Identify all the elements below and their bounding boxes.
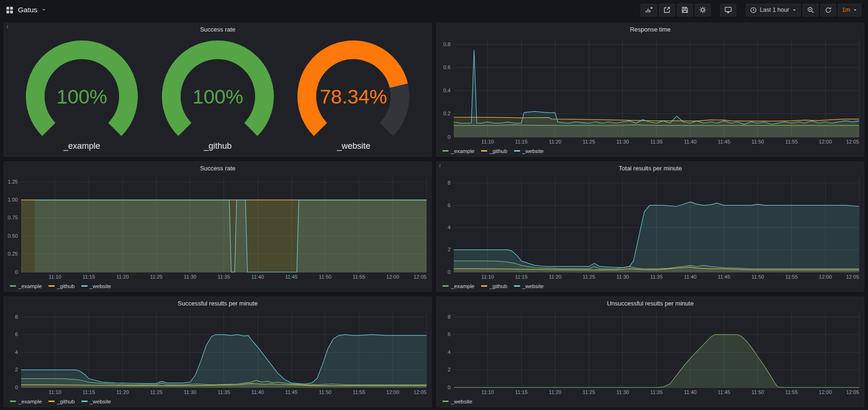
svg-text:11:15: 11:15 xyxy=(515,274,528,280)
svg-text:8: 8 xyxy=(448,314,450,320)
legend-item-_github[interactable]: _github xyxy=(481,283,507,289)
dashboard-grid: i Success rate 100% _example 100% _githu… xyxy=(0,20,868,410)
svg-text:6: 6 xyxy=(448,202,450,208)
refresh-button[interactable] xyxy=(820,4,836,16)
legend-item-_example[interactable]: _example xyxy=(442,148,474,154)
panel-unsuccessful-results: Unsuccessful results per minute 0246811:… xyxy=(436,297,864,407)
gauge-_github: 100% _github xyxy=(160,38,276,151)
share-button[interactable] xyxy=(659,4,675,16)
legend-color-mark xyxy=(442,150,449,152)
svg-text:0.25: 0.25 xyxy=(8,251,18,257)
time-controls-group: Last 1 hour 1m xyxy=(746,4,861,16)
svg-text:11:25: 11:25 xyxy=(150,274,163,280)
svg-text:11:40: 11:40 xyxy=(684,139,697,145)
svg-text:0.8: 0.8 xyxy=(443,41,450,47)
unsuccessful-results-chart[interactable]: 0246811:1011:1511:2011:2511:3011:3511:40… xyxy=(437,309,864,398)
panel-info-icon[interactable]: i xyxy=(439,162,441,168)
svg-text:11:45: 11:45 xyxy=(718,389,731,395)
add-panel-button[interactable] xyxy=(641,4,657,16)
svg-text:11:35: 11:35 xyxy=(650,274,663,280)
gauge-value: 100% xyxy=(56,86,107,108)
refresh-interval-button[interactable]: 1m xyxy=(838,4,861,16)
svg-text:11:30: 11:30 xyxy=(616,274,629,280)
svg-text:11:30: 11:30 xyxy=(184,389,196,395)
legend-item-_github[interactable]: _github xyxy=(48,283,75,289)
gauge-arc: 100% xyxy=(160,38,276,141)
caret-down-icon xyxy=(853,8,857,12)
gauge-value: 78.34% xyxy=(320,86,387,108)
svg-text:12:00: 12:00 xyxy=(819,139,832,145)
legend: _example_github_website xyxy=(437,148,864,156)
dashboard-title[interactable]: Gatus xyxy=(18,6,37,14)
svg-text:11:55: 11:55 xyxy=(353,274,365,280)
panel-title[interactable]: Success rate xyxy=(4,23,431,35)
svg-text:11:45: 11:45 xyxy=(285,389,298,395)
svg-text:12:00: 12:00 xyxy=(386,274,400,280)
dashboards-grid-icon[interactable] xyxy=(6,6,14,14)
panel-title[interactable]: Success rate xyxy=(4,162,431,174)
panel-success-rate-timeseries: Success rate 00.250.500.751.001.2511:101… xyxy=(4,161,432,292)
dashboard-caret-icon[interactable] xyxy=(41,8,46,12)
svg-text:0: 0 xyxy=(15,269,18,275)
svg-text:12:00: 12:00 xyxy=(819,389,832,395)
zoom-out-icon xyxy=(807,6,814,14)
cycle-view-button[interactable] xyxy=(720,4,736,16)
svg-text:0: 0 xyxy=(448,269,450,275)
svg-text:11:35: 11:35 xyxy=(650,139,663,145)
legend: _example_github_website xyxy=(437,283,864,291)
legend-item-_example[interactable]: _example xyxy=(10,399,42,404)
success-rate-chart[interactable]: 00.250.500.751.001.2511:1011:1511:2011:2… xyxy=(4,174,431,283)
svg-text:6: 6 xyxy=(15,331,18,337)
svg-text:1.00: 1.00 xyxy=(8,197,18,202)
refresh-interval-label: 1m xyxy=(842,7,850,13)
legend-item-_website[interactable]: _website xyxy=(514,283,544,289)
panel-success-rate-gauges: i Success rate 100% _example 100% _githu… xyxy=(4,23,432,157)
svg-text:0.4: 0.4 xyxy=(443,88,450,93)
refresh-icon xyxy=(825,7,832,14)
svg-text:11:40: 11:40 xyxy=(251,389,264,395)
svg-text:11:20: 11:20 xyxy=(549,139,562,145)
chart-plot: 0246811:1011:1511:2011:2511:3011:3511:40… xyxy=(437,309,864,396)
panel-title[interactable]: Response time xyxy=(437,23,864,35)
legend-item-_example[interactable]: _example xyxy=(10,283,42,289)
legend-item-_example[interactable]: _example xyxy=(442,283,474,289)
settings-button[interactable] xyxy=(695,4,711,16)
success-rate-gauge-chart: 100% _example 100% _github 78.34% _websi… xyxy=(4,35,431,156)
gauge-label: _website xyxy=(337,141,370,151)
successful-results-chart[interactable]: 0246811:1011:1511:2011:2511:3011:3511:40… xyxy=(4,309,431,398)
panel-title[interactable]: Successful results per minute xyxy=(4,297,431,309)
svg-text:0.75: 0.75 xyxy=(8,215,18,220)
legend-item-_website[interactable]: _website xyxy=(81,399,111,404)
legend-item-_website[interactable]: _website xyxy=(514,148,544,154)
navbar-actions: Last 1 hour 1m xyxy=(641,4,861,16)
legend-item-_github[interactable]: _github xyxy=(481,148,507,154)
panel-info-icon[interactable]: i xyxy=(7,24,8,29)
response-time-chart[interactable]: 00.20.40.60.811:1011:1511:2011:2511:3011… xyxy=(437,35,864,148)
svg-text:4: 4 xyxy=(448,225,450,230)
svg-text:11:45: 11:45 xyxy=(718,139,731,145)
gauge-value: 100% xyxy=(193,86,243,108)
legend-item-_github[interactable]: _github xyxy=(48,399,75,404)
svg-text:0: 0 xyxy=(15,385,18,390)
svg-text:11:20: 11:20 xyxy=(116,389,129,395)
chart-plot: 0246811:1011:1511:2011:2511:3011:3511:40… xyxy=(437,174,864,281)
svg-text:11:20: 11:20 xyxy=(549,389,562,395)
svg-text:11:15: 11:15 xyxy=(515,139,528,145)
save-button[interactable] xyxy=(677,4,693,16)
svg-text:0: 0 xyxy=(448,385,450,390)
svg-text:12:05: 12:05 xyxy=(413,274,426,280)
time-range-button[interactable]: Last 1 hour xyxy=(746,4,801,16)
legend-color-mark xyxy=(481,285,487,287)
total-results-chart[interactable]: 0246811:1011:1511:2011:2511:3011:3511:40… xyxy=(437,174,864,283)
legend-item-_website[interactable]: _website xyxy=(81,283,111,289)
legend-item-_website[interactable]: _website xyxy=(442,399,472,404)
svg-text:11:15: 11:15 xyxy=(82,389,95,395)
svg-text:0.50: 0.50 xyxy=(8,233,18,239)
svg-text:12:00: 12:00 xyxy=(819,274,832,280)
svg-text:11:15: 11:15 xyxy=(515,389,528,395)
panel-title[interactable]: Unsuccessful results per minute xyxy=(437,297,864,309)
legend-color-mark xyxy=(442,285,449,287)
gauge-label: _github xyxy=(204,141,232,151)
panel-title[interactable]: Total results per minute xyxy=(437,162,864,174)
zoom-out-button[interactable] xyxy=(803,4,819,16)
